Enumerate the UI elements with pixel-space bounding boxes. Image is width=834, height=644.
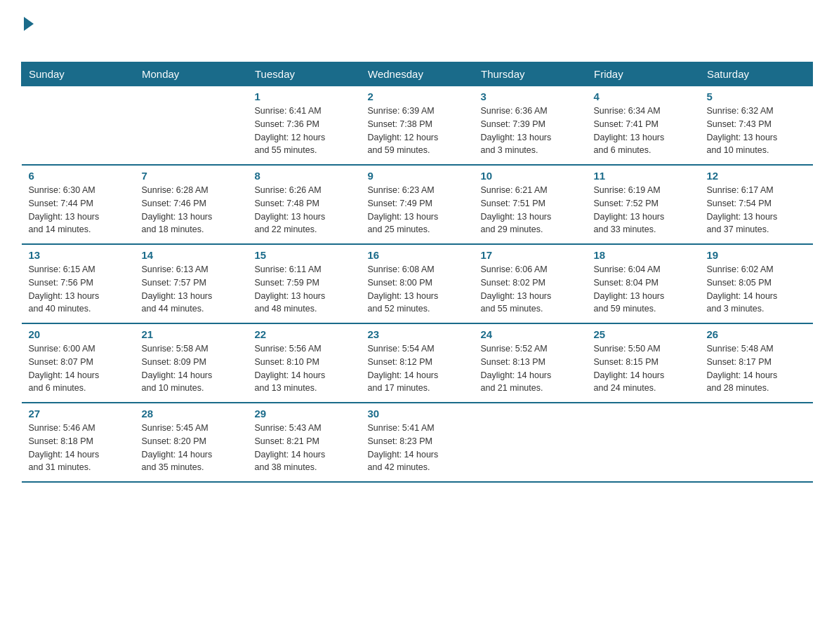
- calendar-cell: 20Sunrise: 6:00 AMSunset: 8:07 PMDayligh…: [22, 323, 135, 403]
- calendar-cell: 7Sunrise: 6:28 AMSunset: 7:46 PMDaylight…: [135, 165, 248, 244]
- day-number: 4: [594, 90, 693, 102]
- day-info: Sunrise: 5:41 AMSunset: 8:23 PMDaylight:…: [368, 422, 467, 474]
- page-header: General: [21, 14, 813, 51]
- calendar-week-row: 27Sunrise: 5:46 AMSunset: 8:18 PMDayligh…: [22, 403, 813, 482]
- day-info: Sunrise: 6:04 AMSunset: 8:04 PMDaylight:…: [594, 263, 693, 316]
- calendar-cell: 10Sunrise: 6:21 AMSunset: 7:51 PMDayligh…: [474, 165, 587, 244]
- day-info: Sunrise: 6:36 AMSunset: 7:39 PMDaylight:…: [481, 105, 580, 157]
- day-number: 9: [368, 170, 467, 182]
- day-info: Sunrise: 5:52 AMSunset: 8:13 PMDaylight:…: [481, 342, 580, 395]
- day-info: Sunrise: 6:28 AMSunset: 7:46 PMDaylight:…: [142, 184, 241, 236]
- day-info: Sunrise: 6:30 AMSunset: 7:44 PMDaylight:…: [29, 184, 128, 236]
- calendar-cell: 1Sunrise: 6:41 AMSunset: 7:36 PMDaylight…: [248, 86, 361, 166]
- calendar-cell: 14Sunrise: 6:13 AMSunset: 7:57 PMDayligh…: [135, 244, 248, 323]
- calendar-week-row: 6Sunrise: 6:30 AMSunset: 7:44 PMDaylight…: [22, 165, 813, 244]
- day-number: 15: [255, 249, 354, 261]
- day-number: 6: [29, 170, 128, 182]
- day-info: Sunrise: 6:02 AMSunset: 8:05 PMDaylight:…: [707, 263, 806, 316]
- calendar-cell: 28Sunrise: 5:45 AMSunset: 8:20 PMDayligh…: [135, 403, 248, 482]
- calendar-header-row: SundayMondayTuesdayWednesdayThursdayFrid…: [22, 62, 813, 86]
- calendar-cell: 18Sunrise: 6:04 AMSunset: 8:04 PMDayligh…: [587, 244, 700, 323]
- day-of-week-header: Sunday: [22, 62, 135, 86]
- day-number: 19: [707, 249, 806, 261]
- calendar-cell: [474, 403, 587, 482]
- calendar-cell: 30Sunrise: 5:41 AMSunset: 8:23 PMDayligh…: [361, 403, 474, 482]
- day-number: 2: [368, 90, 467, 102]
- day-of-week-header: Friday: [587, 62, 700, 86]
- calendar-cell: [700, 403, 813, 482]
- day-info: Sunrise: 6:32 AMSunset: 7:43 PMDaylight:…: [707, 105, 806, 157]
- calendar-week-row: 13Sunrise: 6:15 AMSunset: 7:56 PMDayligh…: [22, 244, 813, 323]
- calendar-cell: 25Sunrise: 5:50 AMSunset: 8:15 PMDayligh…: [587, 323, 700, 403]
- calendar-cell: [587, 403, 700, 482]
- day-number: 29: [255, 408, 354, 420]
- day-number: 20: [29, 328, 128, 340]
- day-info: Sunrise: 6:21 AMSunset: 7:51 PMDaylight:…: [481, 184, 580, 236]
- calendar-week-row: 20Sunrise: 6:00 AMSunset: 8:07 PMDayligh…: [22, 323, 813, 403]
- day-number: 21: [142, 328, 241, 340]
- day-info: Sunrise: 6:41 AMSunset: 7:36 PMDaylight:…: [255, 105, 354, 157]
- calendar-cell: 11Sunrise: 6:19 AMSunset: 7:52 PMDayligh…: [587, 165, 700, 244]
- calendar-cell: 9Sunrise: 6:23 AMSunset: 7:49 PMDaylight…: [361, 165, 474, 244]
- day-info: Sunrise: 6:00 AMSunset: 8:07 PMDaylight:…: [29, 342, 128, 395]
- calendar-cell: 21Sunrise: 5:58 AMSunset: 8:09 PMDayligh…: [135, 323, 248, 403]
- day-number: 3: [481, 90, 580, 102]
- calendar-cell: 3Sunrise: 6:36 AMSunset: 7:39 PMDaylight…: [474, 86, 587, 166]
- calendar-cell: 12Sunrise: 6:17 AMSunset: 7:54 PMDayligh…: [700, 165, 813, 244]
- calendar-cell: 16Sunrise: 6:08 AMSunset: 8:00 PMDayligh…: [361, 244, 474, 323]
- day-of-week-header: Monday: [135, 62, 248, 86]
- day-info: Sunrise: 5:56 AMSunset: 8:10 PMDaylight:…: [255, 342, 354, 395]
- day-number: 14: [142, 249, 241, 261]
- day-info: Sunrise: 6:19 AMSunset: 7:52 PMDaylight:…: [594, 184, 693, 236]
- calendar-cell: 24Sunrise: 5:52 AMSunset: 8:13 PMDayligh…: [474, 323, 587, 403]
- day-info: Sunrise: 6:34 AMSunset: 7:41 PMDaylight:…: [594, 105, 693, 157]
- calendar-cell: 23Sunrise: 5:54 AMSunset: 8:12 PMDayligh…: [361, 323, 474, 403]
- day-number: 12: [707, 170, 806, 182]
- day-info: Sunrise: 6:39 AMSunset: 7:38 PMDaylight:…: [368, 105, 467, 157]
- calendar-week-row: 1Sunrise: 6:41 AMSunset: 7:36 PMDaylight…: [22, 86, 813, 166]
- calendar-cell: [135, 86, 248, 166]
- day-info: Sunrise: 6:06 AMSunset: 8:02 PMDaylight:…: [481, 263, 580, 316]
- day-number: 26: [707, 328, 806, 340]
- day-info: Sunrise: 6:08 AMSunset: 8:00 PMDaylight:…: [368, 263, 467, 316]
- day-number: 30: [368, 408, 467, 420]
- day-info: Sunrise: 6:11 AMSunset: 7:59 PMDaylight:…: [255, 263, 354, 316]
- day-info: Sunrise: 6:15 AMSunset: 7:56 PMDaylight:…: [29, 263, 128, 316]
- day-info: Sunrise: 5:46 AMSunset: 8:18 PMDaylight:…: [29, 422, 128, 474]
- day-info: Sunrise: 6:13 AMSunset: 7:57 PMDaylight:…: [142, 263, 241, 316]
- calendar-cell: 29Sunrise: 5:43 AMSunset: 8:21 PMDayligh…: [248, 403, 361, 482]
- day-number: 22: [255, 328, 354, 340]
- day-info: Sunrise: 5:58 AMSunset: 8:09 PMDaylight:…: [142, 342, 241, 395]
- day-info: Sunrise: 5:48 AMSunset: 8:17 PMDaylight:…: [707, 342, 806, 395]
- day-info: Sunrise: 6:17 AMSunset: 7:54 PMDaylight:…: [707, 184, 806, 236]
- day-info: Sunrise: 5:54 AMSunset: 8:12 PMDaylight:…: [368, 342, 467, 395]
- calendar-cell: 15Sunrise: 6:11 AMSunset: 7:59 PMDayligh…: [248, 244, 361, 323]
- calendar-cell: 13Sunrise: 6:15 AMSunset: 7:56 PMDayligh…: [22, 244, 135, 323]
- calendar-table: SundayMondayTuesdayWednesdayThursdayFrid…: [21, 62, 813, 483]
- calendar-cell: 8Sunrise: 6:26 AMSunset: 7:48 PMDaylight…: [248, 165, 361, 244]
- day-info: Sunrise: 5:43 AMSunset: 8:21 PMDaylight:…: [255, 422, 354, 474]
- day-info: Sunrise: 6:26 AMSunset: 7:48 PMDaylight:…: [255, 184, 354, 236]
- calendar-cell: 22Sunrise: 5:56 AMSunset: 8:10 PMDayligh…: [248, 323, 361, 403]
- calendar-cell: 26Sunrise: 5:48 AMSunset: 8:17 PMDayligh…: [700, 323, 813, 403]
- day-number: 28: [142, 408, 241, 420]
- logo: General: [21, 14, 94, 51]
- day-info: Sunrise: 6:23 AMSunset: 7:49 PMDaylight:…: [368, 184, 467, 236]
- day-info: Sunrise: 5:45 AMSunset: 8:20 PMDaylight:…: [142, 422, 241, 474]
- day-of-week-header: Tuesday: [248, 62, 361, 86]
- calendar-cell: 6Sunrise: 6:30 AMSunset: 7:44 PMDaylight…: [22, 165, 135, 244]
- day-of-week-header: Thursday: [474, 62, 587, 86]
- day-number: 13: [29, 249, 128, 261]
- day-number: 27: [29, 408, 128, 420]
- day-number: 16: [368, 249, 467, 261]
- day-number: 24: [481, 328, 580, 340]
- day-number: 18: [594, 249, 693, 261]
- calendar-cell: [22, 86, 135, 166]
- day-number: 23: [368, 328, 467, 340]
- day-info: Sunrise: 5:50 AMSunset: 8:15 PMDaylight:…: [594, 342, 693, 395]
- day-number: 11: [594, 170, 693, 182]
- day-number: 1: [255, 90, 354, 102]
- calendar-cell: 17Sunrise: 6:06 AMSunset: 8:02 PMDayligh…: [474, 244, 587, 323]
- calendar-cell: 5Sunrise: 6:32 AMSunset: 7:43 PMDaylight…: [700, 86, 813, 166]
- calendar-cell: 19Sunrise: 6:02 AMSunset: 8:05 PMDayligh…: [700, 244, 813, 323]
